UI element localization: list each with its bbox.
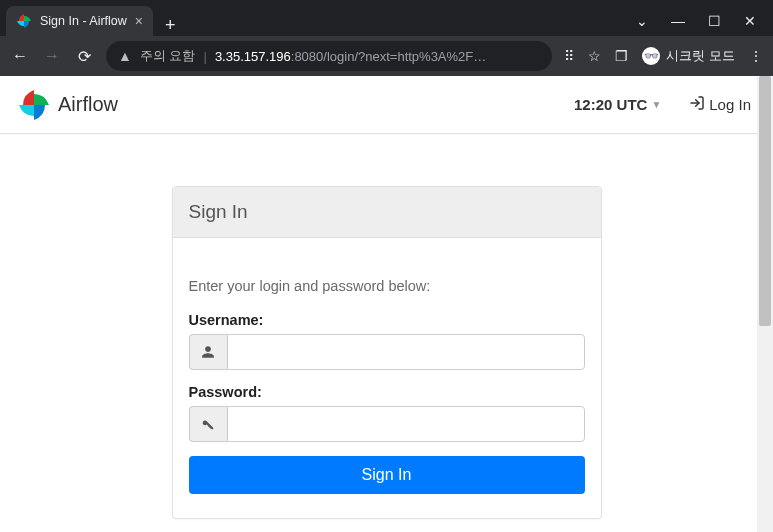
clock-text: 12:20 UTC <box>574 96 647 113</box>
login-icon <box>689 95 705 114</box>
scrollbar-thumb[interactable] <box>759 76 771 326</box>
signin-button[interactable]: Sign In <box>189 456 585 494</box>
minimize-icon[interactable]: ― <box>669 13 687 29</box>
translate-icon[interactable]: ⠿ <box>564 48 574 64</box>
password-input[interactable] <box>227 406 585 442</box>
url-host: 3.35.157.196 <box>215 49 291 64</box>
address-bar[interactable]: ▲ 주의 요함 | 3.35.157.196:8080/login/?next=… <box>106 41 552 71</box>
signin-hint: Enter your login and password below: <box>189 278 585 294</box>
username-group <box>189 334 585 370</box>
signin-card: Sign In Enter your login and password be… <box>172 186 602 519</box>
scrollbar-track[interactable] <box>757 76 773 532</box>
new-tab-button[interactable]: + <box>153 15 188 36</box>
card-body: Enter your login and password below: Use… <box>173 238 601 518</box>
incognito-icon: 👓 <box>642 47 660 65</box>
content: Sign In Enter your login and password be… <box>0 134 773 519</box>
browser-titlebar: Sign In - Airflow × + ⌄ ― ☐ ✕ <box>0 0 773 36</box>
pinwheel-icon <box>18 89 50 121</box>
close-icon[interactable]: × <box>135 13 143 29</box>
bookmark-icon[interactable]: ☆ <box>588 48 601 64</box>
window-controls: ⌄ ― ☐ ✕ <box>633 6 767 36</box>
security-label: 주의 요함 <box>140 47 196 65</box>
login-link[interactable]: Log In <box>689 95 751 114</box>
extensions-icon[interactable]: ❐ <box>615 48 628 64</box>
chevron-down-icon[interactable]: ⌄ <box>633 13 651 29</box>
url-text: 3.35.157.196:8080/login/?next=http%3A%2F… <box>215 49 486 64</box>
username-label: Username: <box>189 312 585 328</box>
browser-chrome: Sign In - Airflow × + ⌄ ― ☐ ✕ ← → ⟳ ▲ 주의… <box>0 0 773 76</box>
tab-title: Sign In - Airflow <box>40 14 127 28</box>
forward-button[interactable]: → <box>42 47 62 65</box>
clock[interactable]: 12:20 UTC ▼ <box>574 96 661 113</box>
browser-toolbar: ← → ⟳ ▲ 주의 요함 | 3.35.157.196:8080/login/… <box>0 36 773 76</box>
brand-text: Airflow <box>58 93 118 116</box>
caret-down-icon: ▼ <box>651 99 661 110</box>
key-icon <box>189 406 227 442</box>
app-header: Airflow 12:20 UTC ▼ Log In <box>0 76 773 134</box>
user-icon <box>189 334 227 370</box>
incognito-label: 시크릿 모드 <box>666 47 735 65</box>
reload-button[interactable]: ⟳ <box>74 47 94 66</box>
brand[interactable]: Airflow <box>18 89 118 121</box>
url-path: :8080/login/?next=http%3A%2F… <box>291 49 487 64</box>
page: Airflow 12:20 UTC ▼ Log In Sign In Enter… <box>0 76 773 532</box>
close-window-icon[interactable]: ✕ <box>741 13 759 29</box>
username-input[interactable] <box>227 334 585 370</box>
login-link-text: Log In <box>709 96 751 113</box>
password-group <box>189 406 585 442</box>
back-button[interactable]: ← <box>10 47 30 65</box>
password-label: Password: <box>189 384 585 400</box>
browser-tab[interactable]: Sign In - Airflow × <box>6 6 153 36</box>
toolbar-right: ⠿ ☆ ❐ 👓 시크릿 모드 ⋮ <box>564 47 763 65</box>
incognito-badge: 👓 시크릿 모드 <box>642 47 735 65</box>
card-title: Sign In <box>173 187 601 238</box>
kebab-menu-icon[interactable]: ⋮ <box>749 48 763 64</box>
maximize-icon[interactable]: ☐ <box>705 13 723 29</box>
pinwheel-icon <box>16 13 32 29</box>
warning-icon: ▲ <box>118 48 132 64</box>
separator: | <box>203 49 206 64</box>
